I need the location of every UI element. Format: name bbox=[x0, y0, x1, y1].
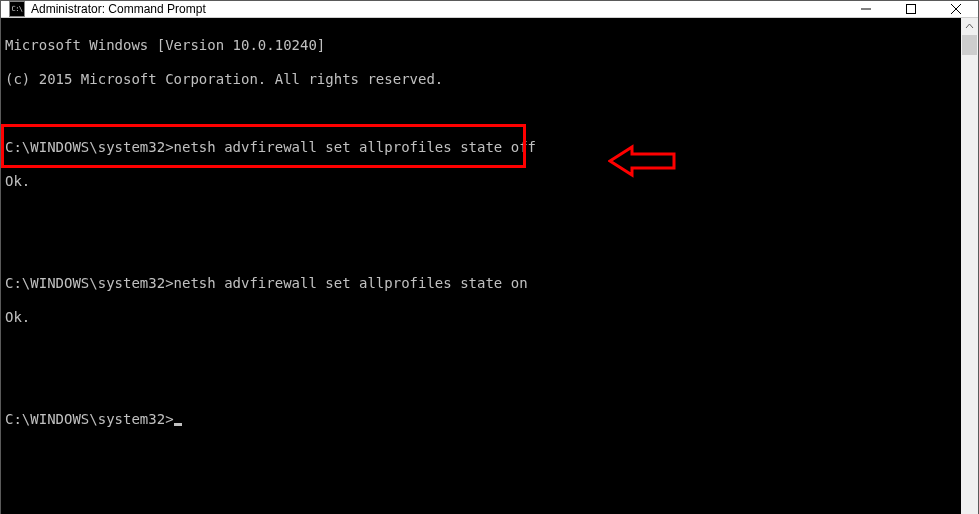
close-button[interactable] bbox=[933, 1, 978, 17]
scroll-track[interactable] bbox=[961, 35, 978, 514]
maximize-button[interactable] bbox=[888, 1, 933, 17]
result-line-2: Ok. bbox=[5, 309, 961, 326]
copyright-line: (c) 2015 Microsoft Corporation. All righ… bbox=[5, 71, 961, 88]
command-text: netsh advfirewall set allprofiles state … bbox=[174, 275, 528, 291]
svg-rect-1 bbox=[906, 5, 915, 14]
scroll-thumb[interactable] bbox=[962, 35, 977, 55]
command-prompt-window: C:\ Administrator: Command Prompt Micros… bbox=[0, 0, 979, 514]
vertical-scrollbar[interactable] bbox=[961, 18, 978, 514]
maximize-icon bbox=[906, 4, 916, 14]
minimize-icon bbox=[861, 4, 871, 14]
prompt-text: C:\WINDOWS\system32> bbox=[5, 139, 174, 155]
minimize-button[interactable] bbox=[843, 1, 888, 17]
command-text: netsh advfirewall set allprofiles state … bbox=[174, 139, 536, 155]
version-line: Microsoft Windows [Version 10.0.10240] bbox=[5, 37, 961, 54]
chevron-up-icon bbox=[965, 22, 974, 31]
blank-line bbox=[5, 377, 961, 394]
window-title: Administrator: Command Prompt bbox=[31, 2, 843, 16]
close-icon bbox=[951, 4, 961, 14]
console-container: Microsoft Windows [Version 10.0.10240] (… bbox=[1, 18, 978, 514]
current-prompt-line: C:\WINDOWS\system32> bbox=[5, 411, 961, 428]
prompt-text: C:\WINDOWS\system32> bbox=[5, 275, 174, 291]
titlebar[interactable]: C:\ Administrator: Command Prompt bbox=[1, 1, 978, 18]
prompt-text: C:\WINDOWS\system32> bbox=[5, 411, 174, 427]
command-line-2: C:\WINDOWS\system32>netsh advfirewall se… bbox=[5, 275, 961, 292]
cmd-icon: C:\ bbox=[9, 1, 25, 17]
console-output[interactable]: Microsoft Windows [Version 10.0.10240] (… bbox=[1, 18, 961, 514]
blank-line bbox=[5, 105, 961, 122]
blank-line bbox=[5, 207, 961, 224]
blank-line bbox=[5, 343, 961, 360]
cursor bbox=[174, 423, 182, 426]
blank-line bbox=[5, 241, 961, 258]
scroll-up-button[interactable] bbox=[961, 18, 978, 35]
window-controls bbox=[843, 1, 978, 17]
command-line-1: C:\WINDOWS\system32>netsh advfirewall se… bbox=[5, 139, 961, 156]
result-line-1: Ok. bbox=[5, 173, 961, 190]
